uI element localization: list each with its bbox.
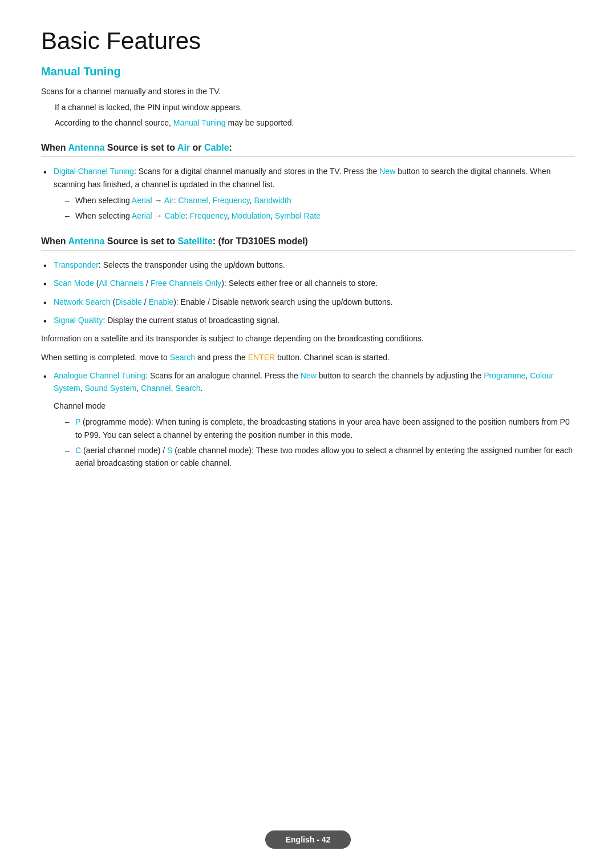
footer-bar: English - 42 — [0, 830, 616, 849]
satellite-list: Transponder: Selects the transponder usi… — [41, 259, 575, 327]
intro3-prefix: According to the channel source, — [55, 118, 173, 127]
satellite-section: When Antenna Source is set to Satellite:… — [41, 236, 575, 470]
transponder-link[interactable]: Transponder — [54, 260, 99, 269]
transponder-item: Transponder: Selects the transponder usi… — [41, 259, 575, 271]
heading-or: or — [190, 143, 204, 152]
p-link[interactable]: P — [75, 417, 80, 426]
network-search-link[interactable]: Network Search — [54, 297, 111, 307]
air-link[interactable]: Air — [164, 196, 174, 205]
sound-system-link[interactable]: Sound System — [84, 384, 136, 393]
new-button-link-1[interactable]: New — [379, 167, 395, 176]
scan-mode-item: Scan Mode (All Channels / Free Channels … — [41, 277, 575, 289]
bandwidth-link[interactable]: Bandwidth — [254, 196, 291, 205]
heading-antenna-1: Antenna — [68, 143, 104, 152]
enter-link[interactable]: ENTER — [248, 353, 275, 362]
aerial-cable-prefix: When selecting — [75, 211, 132, 220]
page-title: Basic Features — [41, 27, 575, 55]
frequency-link-1[interactable]: Frequency — [213, 196, 250, 205]
aerial-link-2[interactable]: Aerial — [132, 211, 152, 220]
analogue-channel-tuning-link[interactable]: Analogue Channel Tuning — [54, 371, 145, 380]
programme-link[interactable]: Programme — [484, 371, 525, 380]
channel-mode-label: Channel mode — [54, 400, 575, 412]
aerial-air-item: When selecting Aerial → Air: Channel, Fr… — [65, 194, 575, 207]
c-link[interactable]: C — [75, 446, 81, 455]
air-cable-sub-list: When selecting Aerial → Air: Channel, Fr… — [54, 194, 575, 223]
aerial-link-1[interactable]: Aerial — [132, 196, 152, 205]
intro-text-1: Scans for a channel manually and stores … — [41, 85, 575, 98]
programme-mode-item: P (programme mode): When tuning is compl… — [65, 416, 575, 441]
symbol-rate-link[interactable]: Symbol Rate — [275, 211, 321, 220]
sat-when: When — [41, 236, 68, 246]
signal-quality-link[interactable]: Signal Quality — [54, 316, 103, 325]
heading-cable: Cable — [204, 143, 229, 152]
aerial-cable-mode-item: C (aerial channel mode) / S (cable chann… — [65, 444, 575, 470]
disable-link[interactable]: Disable — [115, 297, 142, 307]
channel-mode-sub-list: P (programme mode): When tuning is compl… — [54, 416, 575, 470]
all-channels-link[interactable]: All Channels — [99, 279, 144, 288]
intro3-suffix: may be supported. — [226, 118, 294, 127]
satellite-info-1: Information on a satellite and its trans… — [41, 332, 575, 345]
air-cable-heading: When Antenna Source is set to Air or Cab… — [41, 143, 575, 157]
intro-text-2: If a channel is locked, the PIN input wi… — [41, 101, 575, 114]
satellite-info-2: When setting is completed, move to Searc… — [41, 351, 575, 364]
free-channels-link[interactable]: Free Channels Only — [151, 279, 222, 288]
search-link-2[interactable]: Search — [175, 384, 200, 393]
sat-satellite: Satellite — [177, 236, 212, 246]
frequency-link-2[interactable]: Frequency — [190, 211, 227, 220]
sat-antenna: Antenna — [68, 236, 104, 246]
signal-quality-item: Signal Quality: Display the current stat… — [41, 314, 575, 326]
channel-link-2[interactable]: Channel — [141, 384, 171, 393]
scan-mode-link[interactable]: Scan Mode — [54, 279, 94, 288]
heading-when: When — [41, 143, 68, 152]
channel-link[interactable]: Channel — [179, 196, 208, 205]
satellite-heading: When Antenna Source is set to Satellite:… — [41, 236, 575, 251]
modulation-link[interactable]: Modulation — [232, 211, 271, 220]
analogue-list: Analogue Channel Tuning: Scans for an an… — [41, 369, 575, 470]
sat-source: Source is set to — [104, 236, 177, 246]
enable-link[interactable]: Enable — [149, 297, 174, 307]
air-cable-list: Digital Channel Tuning: Scans for a digi… — [41, 165, 575, 223]
manual-tuning-heading: Manual Tuning — [41, 65, 575, 78]
page-content: Basic Features Manual Tuning Scans for a… — [0, 0, 616, 523]
search-link[interactable]: Search — [170, 353, 195, 362]
network-search-item: Network Search (Disable / Enable): Enabl… — [41, 296, 575, 308]
digital-channel-tuning-item: Digital Channel Tuning: Scans for a digi… — [41, 165, 575, 223]
heading-air: Air — [177, 143, 190, 152]
new-button-link-2[interactable]: New — [301, 371, 317, 380]
aerial-cable-item: When selecting Aerial → Cable: Frequency… — [65, 209, 575, 222]
manual-tuning-link[interactable]: Manual Tuning — [173, 118, 226, 127]
heading-source: Source is set to — [104, 143, 177, 152]
analogue-channel-tuning-item: Analogue Channel Tuning: Scans for an an… — [41, 369, 575, 470]
cable-link[interactable]: Cable — [164, 211, 185, 220]
intro-text-3: According to the channel source, Manual … — [41, 116, 575, 129]
digital-channel-tuning-link[interactable]: Digital Channel Tuning — [54, 167, 134, 176]
sat-suffix: : (for TD310ES model) — [213, 236, 308, 246]
aerial-air-prefix: When selecting — [75, 196, 132, 205]
air-cable-section: When Antenna Source is set to Air or Cab… — [41, 143, 575, 223]
heading-colon: : — [229, 143, 232, 152]
footer-page-label: English - 42 — [265, 830, 351, 849]
